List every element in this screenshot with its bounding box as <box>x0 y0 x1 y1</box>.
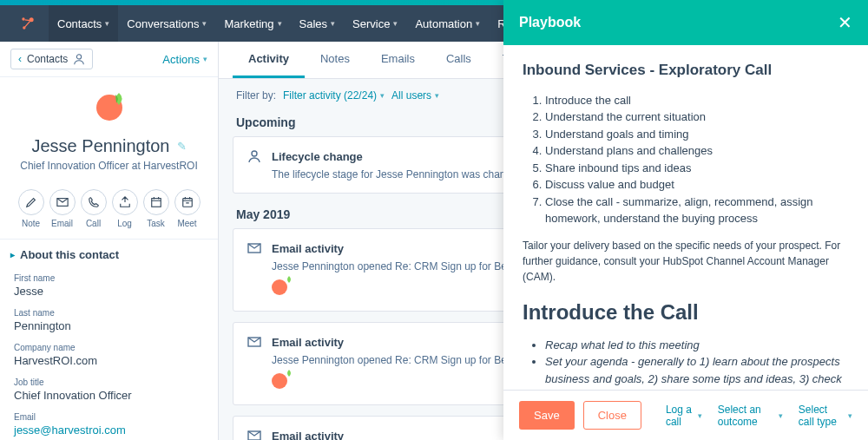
mini-avatar <box>272 279 291 299</box>
contact-sidebar: ‹ Contacts Actions▾ Jesse Pennington ✎ C… <box>0 42 219 440</box>
nav-sales[interactable]: Sales▾ <box>291 5 345 42</box>
select-outcome-dropdown[interactable]: Select an outcome▾ <box>718 404 783 428</box>
svg-point-3 <box>77 55 82 59</box>
filter-activity-dropdown[interactable]: Filter activity (22/24)▾ <box>283 89 385 102</box>
nav-marketing[interactable]: Marketing▾ <box>215 5 290 42</box>
hubspot-logo-icon[interactable] <box>17 13 38 34</box>
note-button[interactable]: Note <box>18 189 44 228</box>
tab-emails[interactable]: Emails <box>365 42 431 78</box>
close-button[interactable]: Close <box>583 401 641 430</box>
task-icon <box>143 189 169 215</box>
nav-service[interactable]: Service▾ <box>344 5 406 42</box>
svg-point-7 <box>252 151 257 156</box>
field-last-name: Pennington <box>14 319 204 332</box>
email-button[interactable]: Email <box>49 189 76 228</box>
tab-calls[interactable]: Calls <box>431 42 487 78</box>
about-section-header[interactable]: ▸About this contact ⊟ <box>0 240 218 270</box>
edit-icon[interactable]: ✎ <box>177 140 187 153</box>
section-title: Introduce the Call <box>523 297 849 328</box>
log-call-dropdown[interactable]: Log a call▾ <box>666 404 702 428</box>
contact-name: Jesse Pennington <box>31 136 169 156</box>
mail-icon <box>247 429 261 440</box>
filter-users-dropdown[interactable]: All users▾ <box>391 89 439 102</box>
field-job-title: Chief Innovation Officer <box>14 389 204 402</box>
call-button[interactable]: Call <box>81 189 107 228</box>
tab-activity[interactable]: Activity <box>233 42 305 78</box>
contact-avatar <box>92 95 127 129</box>
field-first-name: Jesse <box>14 285 204 298</box>
playbook-panel: Playbook ✕ Inbound Services - Explorator… <box>503 0 868 440</box>
meet-button[interactable]: Meet <box>174 189 201 228</box>
user-icon <box>73 53 85 65</box>
actions-dropdown[interactable]: Actions▾ <box>162 53 207 66</box>
select-calltype-dropdown[interactable]: Select call type▾ <box>799 404 852 428</box>
save-button[interactable]: Save <box>519 401 575 430</box>
mail-icon <box>247 335 261 349</box>
log-icon <box>112 189 138 215</box>
contact-title: Chief Innovation Officer at HarvestROI <box>14 160 204 172</box>
nav-contacts[interactable]: Contacts▾ <box>49 5 118 42</box>
task-button[interactable]: Task <box>143 189 169 228</box>
breadcrumb[interactable]: ‹ Contacts <box>10 49 93 69</box>
log-button[interactable]: Log <box>112 189 138 228</box>
mail-icon <box>247 241 261 255</box>
playbook-heading: Inbound Services - Exploratory Call <box>523 59 849 82</box>
email-icon <box>49 189 76 215</box>
call-icon <box>81 189 107 215</box>
user-icon <box>247 149 261 163</box>
note-icon <box>18 189 44 215</box>
meet-icon <box>174 189 201 215</box>
close-icon[interactable]: ✕ <box>838 12 852 33</box>
field-company-name: HarvestROI.com <box>14 354 204 367</box>
svg-rect-5 <box>151 199 161 207</box>
field-email[interactable]: jesse@harvestroi.com <box>14 424 204 437</box>
svg-point-1 <box>22 17 24 20</box>
nav-automation[interactable]: Automation▾ <box>406 5 489 42</box>
tab-notes[interactable]: Notes <box>305 42 365 78</box>
nav-conversations[interactable]: Conversations▾ <box>118 5 215 42</box>
panel-title: Playbook <box>519 15 581 30</box>
mini-avatar <box>272 373 291 392</box>
